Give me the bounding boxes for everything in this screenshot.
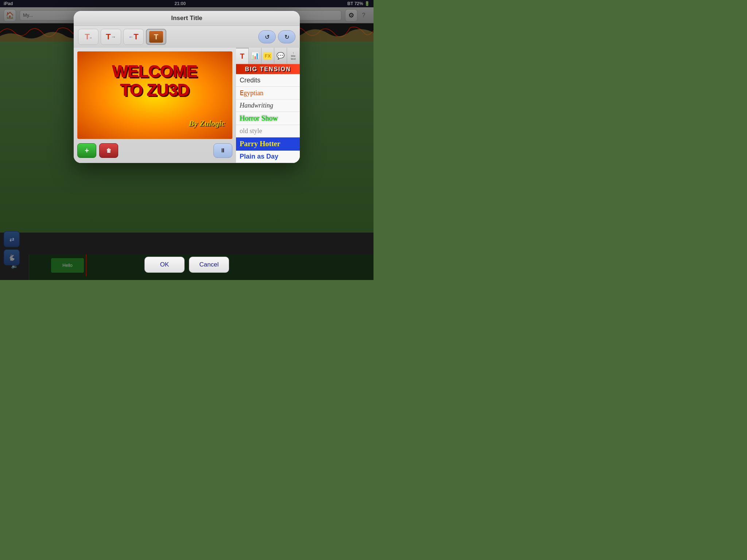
style-tab-push-left[interactable]: ← T (123, 29, 144, 45)
preview-subtitle-text: By Zulogic (189, 118, 225, 128)
arrow-left-icon: ← (128, 34, 133, 40)
style-tab-fade-in[interactable]: T .. (78, 29, 98, 45)
font-item-egyptian[interactable]: ꓰgyptian (236, 87, 300, 100)
style-tabs-row: T .. T → ← T T ↺ (74, 26, 300, 48)
font-item-credits[interactable]: Credits (236, 74, 300, 87)
modal-title: Insert Title (171, 15, 202, 22)
egyptian-font-label: ꓰgyptian (240, 89, 263, 97)
credits-font-label: Credits (240, 77, 260, 84)
push-right-t-icon: T (106, 32, 111, 42)
arrow-right-icon: → (111, 34, 116, 40)
tab-fx[interactable]: FX (262, 48, 274, 64)
parryhotter-font-label: Parry Hotter (240, 140, 280, 148)
color-tab-icon: 📊 (251, 52, 259, 60)
dialog-buttons: OK Cancel (144, 257, 229, 273)
font-item-plainas[interactable]: Plain as Day (236, 151, 300, 163)
font-item-handwriting[interactable]: Handwriting (236, 100, 300, 112)
modal-body: Welcometo Zu3D By Zulogic + 🗑 ⏸ (74, 48, 300, 163)
font-item-oldstyle[interactable]: old style (236, 125, 300, 137)
cancel-label: Cancel (200, 261, 219, 268)
plus-icon: + (85, 147, 89, 155)
tab-color[interactable]: 📊 (249, 48, 262, 64)
text-label-sm: text (291, 58, 296, 61)
font-item-parryhotter[interactable]: Parry Hotter (236, 137, 300, 151)
add-button[interactable]: + (77, 143, 96, 158)
still-t-icon: T (154, 33, 158, 41)
handwriting-font-label: Handwriting (240, 102, 273, 109)
delete-button[interactable]: 🗑 (99, 143, 118, 158)
insert-title-modal: Insert Title T .. T → ← T T (74, 11, 300, 163)
ok-button[interactable]: OK (144, 257, 185, 273)
title-text-badge: ↑ title text (291, 51, 296, 61)
delete-icon: 🗑 (106, 148, 111, 153)
fade-in-icon: T (85, 32, 89, 42)
preview-area: Welcometo Zu3D By Zulogic + 🗑 ⏸ (74, 48, 236, 163)
tab-bubble[interactable]: 💬 (274, 48, 287, 64)
push-left-t-icon: T (133, 32, 138, 42)
redo-button[interactable]: ↻ (278, 30, 295, 43)
plainas-font-label: Plain as Day (240, 153, 278, 160)
right-panel: T 📊 FX 💬 ↑ title te (236, 48, 300, 163)
tab-title-text[interactable]: ↑ title text (287, 48, 300, 64)
play-pause-button[interactable]: ⏸ (213, 143, 232, 158)
style-tab-push-right[interactable]: T → (101, 29, 121, 45)
font-list[interactable]: BIG TENSION Credits ꓰgyptian Handwriting… (236, 64, 300, 163)
horror-font-label: Horror Show (240, 114, 278, 122)
redo-icon: ↻ (285, 34, 289, 40)
undo-icon: ↺ (265, 34, 270, 40)
tension-font-label: BIG TENSION (245, 66, 291, 73)
font-item-horror[interactable]: Horror Show (236, 112, 300, 125)
font-item-tension[interactable]: BIG TENSION (236, 64, 300, 74)
bubble-tab-icon: 💬 (276, 52, 285, 60)
style-tab-still[interactable]: T (146, 29, 166, 45)
tab-font[interactable]: T (236, 48, 249, 64)
modal-title-bar: Insert Title (74, 11, 300, 26)
preview-canvas[interactable]: Welcometo Zu3D By Zulogic (77, 51, 232, 139)
modal-overlay: Insert Title T .. T → ← T T (0, 0, 374, 280)
preview-title-text: Welcometo Zu3D (77, 62, 232, 99)
fx-tab-icon: FX (263, 52, 272, 59)
font-tab-icon: T (240, 52, 244, 61)
pause-icon: ⏸ (220, 147, 226, 154)
preview-controls: + 🗑 ⏸ (77, 142, 232, 159)
oldstyle-font-label: old style (240, 127, 262, 135)
dots-label: .. (90, 35, 92, 39)
ok-label: OK (160, 261, 169, 268)
panel-tabs: T 📊 FX 💬 ↑ title te (236, 48, 300, 64)
undo-redo-group: ↺ ↻ (258, 30, 295, 43)
cancel-button[interactable]: Cancel (189, 257, 229, 273)
undo-button[interactable]: ↺ (258, 30, 276, 43)
